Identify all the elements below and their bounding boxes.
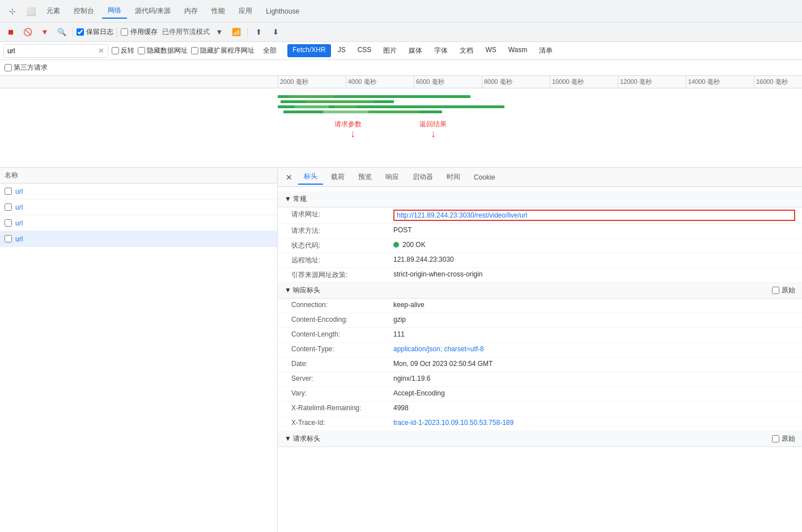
- list-item[interactable]: url: [0, 215, 277, 231]
- type-img[interactable]: 图片: [378, 44, 402, 57]
- type-ws[interactable]: WS: [480, 44, 501, 57]
- close-panel-button[interactable]: ✕: [282, 171, 296, 184]
- tab-elements[interactable]: 元素: [41, 4, 66, 18]
- hide-data-urls-input[interactable]: [138, 47, 145, 54]
- hide-extension-checkbox[interactable]: 隐藏扩展程序网址: [191, 46, 254, 56]
- type-css[interactable]: CSS: [353, 44, 377, 57]
- general-section-header[interactable]: ▼ 常规: [278, 191, 802, 207]
- response-header-x-trace-id: X-Trace-Id: trace-id-1-2023.10.09.10.50.…: [278, 416, 802, 431]
- item-checkbox-2[interactable]: [5, 219, 12, 227]
- raw-checkbox[interactable]: 原始: [772, 286, 795, 295]
- tick-0: 2000 毫秒: [278, 76, 346, 88]
- detail-tabs: ✕ 标头 载荷 预览 响应 启动器 时间 Cookie: [278, 168, 802, 187]
- response-headers-title: ▼ 响应标头: [285, 286, 320, 295]
- tab-headers[interactable]: 标头: [298, 169, 323, 185]
- wbar-3b: [295, 105, 329, 108]
- cursor-icon[interactable]: ⊹: [5, 3, 20, 19]
- top-nav: ⊹ ⬜ 元素 控制台 网络 源代码/来源 内存 性能 应用 Lighthouse: [0, 0, 802, 23]
- tab-preview[interactable]: 预览: [353, 170, 377, 184]
- label-remote-address: 远程地址:: [291, 256, 393, 265]
- type-font[interactable]: 字体: [429, 44, 453, 57]
- tab-response[interactable]: 响应: [380, 170, 405, 184]
- tab-timing[interactable]: 时间: [441, 170, 466, 184]
- tick-7: 16000 毫秒: [754, 76, 802, 88]
- search-box: ✕: [3, 44, 108, 58]
- tick-3: 8000 毫秒: [482, 76, 550, 88]
- type-wasm[interactable]: Wasm: [503, 44, 533, 57]
- value-content-encoding: gzip: [393, 316, 795, 324]
- type-manifest[interactable]: 清单: [534, 44, 558, 57]
- throttle-label: 已停用节流模式: [162, 27, 210, 37]
- third-party-row: 第三方请求: [0, 60, 802, 76]
- upload-icon[interactable]: ⬆: [251, 25, 266, 40]
- search-input[interactable]: [7, 47, 98, 55]
- wbar-2b: [306, 100, 374, 103]
- general-section-title: ▼ 常规: [285, 194, 307, 204]
- type-fetch-xhr[interactable]: Fetch/XHR: [287, 44, 331, 57]
- item-name-2: url: [15, 219, 23, 227]
- tab-initiator[interactable]: 启动器: [407, 170, 439, 184]
- list-item[interactable]: url: [0, 199, 277, 215]
- response-header-x-ratelimit: X-Ratelimit-Remaining: 4998: [278, 402, 802, 416]
- label-x-trace-id: X-Trace-Id:: [291, 419, 393, 427]
- type-doc[interactable]: 文档: [455, 44, 478, 57]
- throttle-dropdown-icon[interactable]: ▼: [212, 25, 227, 40]
- request-raw-input[interactable]: [772, 435, 779, 442]
- filter-row: ✕ 反转 隐藏数据网址 隐藏扩展程序网址 全部 Fetch/XHR JS CSS…: [0, 42, 802, 60]
- hide-extension-input[interactable]: [191, 47, 198, 54]
- tick-2: 6000 毫秒: [414, 76, 482, 88]
- stop-button[interactable]: ⏹: [3, 25, 18, 40]
- filter-icon[interactable]: ▼: [37, 25, 52, 40]
- search-icon[interactable]: 🔍: [54, 25, 69, 40]
- preserve-log-label: 保留日志: [86, 27, 113, 37]
- label-date: Date:: [291, 360, 393, 368]
- invert-input[interactable]: [112, 47, 119, 54]
- tab-network[interactable]: 网络: [102, 3, 127, 19]
- tab-cookie[interactable]: Cookie: [468, 171, 500, 184]
- tab-payload[interactable]: 载荷: [325, 170, 350, 184]
- hide-data-urls-checkbox[interactable]: 隐藏数据网址: [138, 46, 188, 56]
- item-checkbox-0[interactable]: [5, 188, 12, 195]
- wbar-1b: [289, 95, 334, 98]
- list-header: 名称: [0, 168, 277, 184]
- response-header-date: Date: Mon, 09 Oct 2023 02:50:54 GMT: [278, 357, 802, 372]
- return-result-label: 返回结果: [419, 120, 447, 128]
- disable-cache-checkbox[interactable]: 停用缓存: [121, 27, 158, 37]
- type-js[interactable]: JS: [333, 44, 351, 57]
- wifi-icon[interactable]: 📶: [229, 25, 244, 40]
- request-raw-label: 原始: [782, 434, 795, 444]
- detail-row-status: 状态代码: 200 OK: [278, 239, 802, 253]
- search-clear-icon[interactable]: ✕: [98, 46, 104, 55]
- download-icon[interactable]: ⬇: [268, 25, 283, 40]
- label-referrer-policy: 引荐来源网址政策:: [291, 270, 393, 280]
- clear-button[interactable]: 🚫: [20, 25, 35, 40]
- invert-checkbox[interactable]: 反转: [112, 46, 134, 56]
- response-headers-section-header[interactable]: ▼ 响应标头 原始: [278, 283, 802, 299]
- main-area: 名称 url url url url ✕ 标头 载荷 预览 响应 启动器 时间: [0, 168, 802, 532]
- all-type-btn[interactable]: 全部: [258, 44, 282, 57]
- tab-lighthouse[interactable]: Lighthouse: [260, 5, 305, 18]
- request-raw-checkbox[interactable]: 原始: [772, 434, 795, 444]
- list-item[interactable]: url: [0, 184, 277, 199]
- tab-application[interactable]: 应用: [233, 4, 258, 18]
- device-icon[interactable]: ⬜: [23, 3, 39, 19]
- request-headers-section-header[interactable]: ▼ 请求标头 原始: [278, 431, 802, 447]
- preserve-log-input[interactable]: [77, 28, 84, 36]
- tab-console[interactable]: 控制台: [68, 4, 100, 18]
- disable-cache-input[interactable]: [121, 28, 128, 36]
- value-request-url[interactable]: http://121.89.244.23:3030/rest/video/liv…: [393, 210, 795, 221]
- tab-memory[interactable]: 内存: [179, 4, 203, 18]
- item-checkbox-1[interactable]: [5, 203, 12, 211]
- raw-input[interactable]: [772, 287, 779, 294]
- tab-performance[interactable]: 性能: [206, 4, 231, 18]
- preserve-log-checkbox[interactable]: 保留日志: [77, 27, 113, 37]
- tick-5: 12000 毫秒: [618, 76, 686, 88]
- third-party-checkbox[interactable]: 第三方请求: [5, 63, 48, 73]
- tab-sources[interactable]: 源代码/来源: [129, 4, 176, 18]
- third-party-input[interactable]: [5, 64, 12, 71]
- request-params-label: 请求参数: [334, 120, 362, 128]
- item-checkbox-3[interactable]: [5, 235, 12, 242]
- list-item-selected[interactable]: url: [0, 231, 277, 247]
- type-buttons: Fetch/XHR JS CSS 图片 媒体 字体 文档 WS Wasm 清单: [287, 44, 558, 57]
- type-media[interactable]: 媒体: [404, 44, 427, 57]
